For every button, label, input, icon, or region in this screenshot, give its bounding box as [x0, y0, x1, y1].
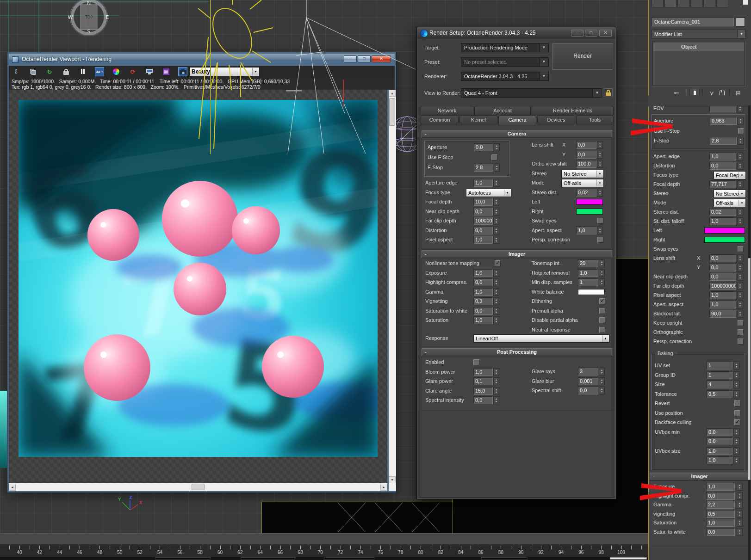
min-disp-samples-field[interactable]: 1 [578, 278, 598, 286]
spectral-shift-field[interactable]: 0,0 [578, 387, 598, 394]
tolerance-field[interactable]: 0,5 [707, 390, 732, 398]
spinner-buttons[interactable]: ▲▼ [599, 278, 605, 286]
far-clip-depth-field[interactable]: 10000000 [473, 217, 493, 225]
spinner-buttons[interactable]: ▲▼ [733, 371, 739, 379]
spinner-buttons[interactable]: ▲▼ [737, 282, 743, 290]
value-field[interactable]: 1,0 [707, 456, 732, 464]
near-clip-depth-field[interactable]: 0,0 [473, 208, 493, 215]
satur-to-white-field[interactable]: 0.0 [706, 528, 735, 536]
spinner-buttons[interactable]: ▲▼ [493, 278, 499, 286]
spinner-buttons[interactable]: ▲▼ [737, 153, 743, 160]
distortion-field[interactable]: 0,0 [473, 227, 493, 234]
spinner-buttons[interactable]: ▲▼ [597, 227, 603, 234]
glare-blur-field[interactable]: 0,001 [578, 377, 598, 385]
size-field[interactable]: 4 [707, 381, 732, 388]
apert-aspect-field[interactable]: 1,0 [709, 301, 736, 308]
group-id-field[interactable]: 1 [707, 371, 732, 379]
persp-correction-checkbox[interactable] [738, 338, 744, 345]
orthographic-checkbox[interactable] [738, 329, 744, 335]
stack-item-object[interactable]: Object [653, 43, 744, 51]
spinner-buttons[interactable]: ▲▼ [737, 180, 743, 188]
spinner-buttons[interactable]: ▲▼ [493, 288, 499, 296]
backface-culling-checkbox[interactable] [734, 419, 740, 425]
premult-alpha-checkbox[interactable] [599, 308, 605, 314]
tab-render-elements[interactable]: Render Elements [532, 106, 614, 115]
disable-partial-alpha-checkbox[interactable] [599, 317, 605, 323]
nonlinear-tone-mapping-checkbox[interactable] [495, 260, 501, 266]
uvbox-size-field[interactable]: 1,0 [707, 447, 732, 455]
spinner-buttons[interactable]: ▲▼ [493, 297, 499, 305]
spinner-buttons[interactable]: ▲▼ [493, 377, 499, 385]
ortho-view-shift-field[interactable]: 100,0 [576, 160, 596, 168]
object-name-field[interactable]: OctaneCamera_001 [652, 18, 734, 26]
spinner-buttons[interactable]: ▲▼ [737, 291, 743, 299]
tab-devices[interactable]: Devices [537, 115, 575, 124]
focal-depth-field[interactable]: 10,0 [473, 198, 493, 206]
tab-tools[interactable]: Tools [576, 115, 614, 124]
spinner-buttons[interactable]: ▲▼ [599, 259, 605, 267]
stereo-dist-field[interactable]: 0,02 [709, 208, 736, 216]
right-swatch[interactable] [704, 237, 745, 243]
dialog-close-button[interactable]: ✕ [599, 30, 612, 37]
aperture-edge-field[interactable]: 1,0 [473, 179, 493, 187]
pixel-aspect-field[interactable]: 1,0 [709, 291, 736, 299]
spinner-buttons[interactable]: ▲▼ [493, 236, 499, 244]
render-button[interactable]: Render [552, 43, 613, 70]
spinner-buttons[interactable]: ▲▼ [597, 151, 603, 159]
revert-checkbox[interactable] [734, 400, 740, 406]
spinner-buttons[interactable]: ▲▼ [493, 217, 499, 225]
tab-common[interactable]: Common [421, 115, 459, 124]
hotpixel-removal-field[interactable]: 1,0 [578, 269, 598, 277]
spectral-intensity-field[interactable]: 0,0 [473, 396, 493, 404]
spinner-buttons[interactable]: ▲▼ [737, 492, 743, 500]
y-field[interactable]: 0,0 [576, 151, 596, 159]
spinner-buttons[interactable]: ▲▼ [599, 377, 605, 385]
spinner-buttons[interactable]: ▲▼ [597, 189, 603, 197]
swap-eyes-checkbox[interactable] [738, 246, 744, 252]
spinner-buttons[interactable]: ▲▼ [737, 301, 743, 308]
exposure-field[interactable]: 1,0 [706, 483, 735, 491]
vignetting-field[interactable]: 0,5 [706, 510, 735, 518]
timeline-ruler[interactable]: 4042444648505254565860626466687072747678… [0, 545, 648, 557]
bloom-power-field[interactable]: 1,0 [473, 368, 493, 376]
spinner-buttons[interactable]: ▲▼ [737, 162, 743, 170]
spinner-buttons[interactable]: ▲▼ [493, 316, 499, 324]
spinner-buttons[interactable]: ▲▼ [737, 264, 743, 271]
panel-scroll-thumb[interactable] [748, 258, 751, 480]
imager-rollout-header[interactable]: -Imager [422, 250, 612, 258]
tab-network[interactable]: Network [421, 106, 473, 115]
dialog-minimize-button[interactable]: ─ [571, 30, 583, 37]
target-dropdown[interactable]: Production Rendering Mode▼ [461, 43, 549, 52]
spinner-buttons[interactable]: ▲▼ [737, 501, 743, 509]
tab-camera[interactable]: Camera [498, 115, 536, 125]
focal-depth-field[interactable]: 77,717 [709, 180, 736, 188]
view-to-render-dropdown[interactable]: Quad 4 - Front▼ [461, 88, 602, 98]
post-processing-rollout-header[interactable]: -Post Processing [422, 348, 612, 356]
uvbox-min-field[interactable]: 0,0 [707, 428, 732, 436]
gamma-field[interactable]: 1,0 [473, 288, 493, 296]
spinner-buttons[interactable]: ▲▼ [493, 227, 499, 234]
dithering-checkbox[interactable] [599, 298, 605, 304]
mode-dropdown[interactable]: Off-axis▼ [561, 179, 604, 187]
left-swatch[interactable] [704, 228, 745, 234]
lens-shift-field[interactable]: 0,0 [709, 254, 736, 262]
spinner-buttons[interactable]: ▲▼ [599, 368, 605, 375]
preset-dropdown[interactable]: No preset selected▼ [461, 57, 549, 67]
f-stop-field[interactable]: 2,8 [710, 137, 737, 145]
saturation-field[interactable]: 1,0 [473, 316, 493, 324]
spinner-buttons[interactable]: ▲▼ [737, 483, 743, 491]
spinner-buttons[interactable]: ▲▼ [597, 141, 603, 149]
highlight-compr-field[interactable]: 0,0 [706, 492, 735, 500]
dialog-title-bar[interactable]: Render Setup: OctaneRender 3.04.3 - 4.25… [417, 28, 615, 38]
apert-edge-field[interactable]: 1,0 [709, 153, 736, 160]
glare-power-field[interactable]: 0,1 [473, 377, 493, 385]
stereo-dist-field[interactable]: 0,02 [576, 189, 596, 197]
st-dist-falloff-field[interactable]: 1,0 [709, 217, 736, 225]
spinner-buttons[interactable]: ▲▼ [493, 208, 499, 215]
white-balance-swatch[interactable] [578, 289, 605, 295]
saturation-field[interactable]: 1,0 [706, 519, 735, 527]
spinner-buttons[interactable]: ▲▼ [494, 164, 500, 172]
spinner-buttons[interactable]: ▲▼ [737, 254, 743, 262]
gamma-field[interactable]: 2,2 [706, 501, 735, 509]
right-swatch[interactable] [576, 209, 603, 215]
